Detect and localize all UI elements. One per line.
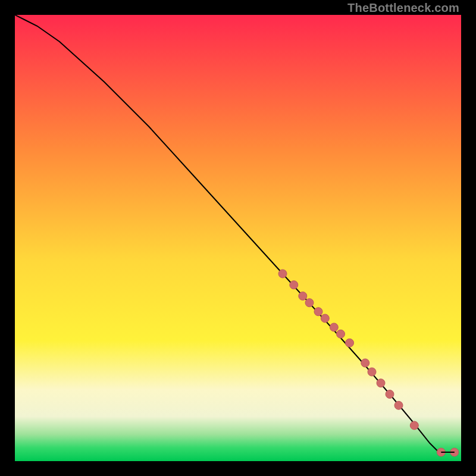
datapoint-dot: [361, 359, 369, 367]
watermark-text: TheBottleneck.com: [347, 1, 459, 15]
datapoint-dot: [299, 292, 307, 300]
datapoint-dot: [386, 390, 394, 399]
datapoint-dot: [330, 323, 338, 331]
chart-container: TheBottleneck.com: [0, 0, 476, 476]
datapoint-dot: [278, 270, 287, 278]
datapoint-dot: [314, 308, 322, 316]
datapoint-dot: [337, 330, 345, 338]
datapoint-dot: [394, 401, 403, 409]
datapoint-dot: [368, 368, 376, 376]
curve-line: [15, 15, 439, 452]
datapoint-dot: [346, 339, 354, 347]
datapoint-dot: [377, 379, 385, 387]
chart-overlay: [15, 15, 461, 461]
plot-area: [15, 15, 461, 461]
datapoint-dot: [305, 299, 314, 307]
datapoint-group: [278, 270, 459, 456]
datapoint-dot: [321, 314, 329, 322]
datapoint-dot: [410, 421, 418, 430]
datapoint-dot: [290, 281, 298, 289]
